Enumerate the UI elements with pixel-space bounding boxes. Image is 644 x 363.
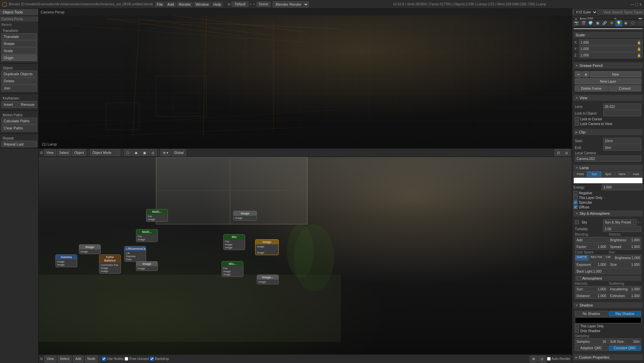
lamp-spot-btn[interactable]: Spot	[601, 171, 615, 177]
scale-z-input[interactable]: 1.000 🔒	[579, 52, 643, 58]
window-close[interactable]: ×	[639, 2, 642, 7]
menu-file[interactable]: File	[155, 2, 165, 7]
view-section-header[interactable]: ▼ View	[573, 95, 643, 101]
cs-cie[interactable]: CIE	[604, 255, 612, 261]
lock-camera-checkbox[interactable]	[575, 122, 579, 126]
props-world-icon[interactable]: 🌍	[587, 20, 594, 27]
clip-start-input[interactable]: 10cm	[603, 138, 641, 144]
brightness-h-input[interactable]: Brightness: 1.000	[608, 237, 641, 243]
menu-window[interactable]: Window	[193, 2, 211, 7]
lamp-sun-btn[interactable]: Sun	[587, 171, 601, 177]
node-gamma[interactable]: Gamma ImageImage	[55, 254, 77, 267]
energy-input[interactable]: 3.000	[602, 184, 643, 190]
sky-atmosphere-header[interactable]: ▼ Sky & Atmosphere	[573, 210, 643, 216]
pivot-select[interactable]: ⊕ ▾	[160, 149, 171, 156]
spread-input[interactable]: Spread: 1.000	[608, 244, 641, 250]
node-mix2[interactable]: Mix... FacImageImage	[222, 261, 243, 277]
clip-header[interactable]: ▶ Clip:	[573, 129, 643, 135]
specular-check[interactable]: ✓ Specular	[573, 200, 643, 204]
sky-preset-minus[interactable]: -	[640, 220, 641, 224]
shadow-layer-checkbox[interactable]	[575, 324, 579, 328]
node-image2[interactable]: Image Image	[136, 261, 158, 271]
engine-select[interactable]: Blender Render Cycles	[273, 1, 309, 7]
gp-new-btn[interactable]: New	[590, 71, 641, 77]
backdrop-check[interactable]: Backdrop	[150, 357, 169, 361]
remove-btn[interactable]: Remove	[18, 101, 37, 108]
delete-btn[interactable]: Delete	[1, 78, 37, 84]
props-scene-icon[interactable]: 🎬	[580, 20, 587, 27]
menu-render[interactable]: Render	[177, 2, 193, 7]
scale-y-input[interactable]: 1.000 🔒	[579, 46, 643, 52]
auto-render-check[interactable]: Auto Render	[547, 356, 570, 362]
props-material-icon[interactable]: ◉	[623, 20, 629, 27]
proportional-btn[interactable]: ◎	[563, 149, 570, 156]
eye-icon-area020[interactable]: 👁	[613, 17, 618, 20]
no-shadow-btn[interactable]: No Shadow	[575, 311, 608, 317]
clip-end-input[interactable]: 1km	[603, 145, 641, 151]
bt-node-btn[interactable]: Node	[85, 356, 98, 362]
custom-properties-header[interactable]: ▶ Custom Properties	[573, 354, 643, 360]
lock-z-icon[interactable]: 🔒	[637, 53, 641, 57]
negative-check[interactable]: Negative	[573, 191, 643, 195]
node-color-balance[interactable]: Color Balance Correction FacImageImage	[99, 254, 121, 274]
lamp-area-btn[interactable]: Area	[629, 171, 643, 177]
search-btn[interactable]: Search	[612, 10, 623, 14]
same-types-btn[interactable]: Same Types	[624, 10, 643, 14]
node-mix1[interactable]: Mix FacImageImage	[223, 234, 245, 250]
props-constraints-icon[interactable]: 🔗	[601, 20, 608, 27]
lock-cursor-check[interactable]: Lock to Cursor	[575, 117, 641, 121]
clear-paths-btn[interactable]: Clear Paths	[1, 125, 37, 131]
backlight-input[interactable]: Back Light: 1.000	[575, 268, 641, 274]
node-image4[interactable]: Image ImageImage	[255, 239, 279, 255]
bt-select-btn[interactable]: Select	[58, 356, 72, 362]
rotation-select[interactable]: XYZ Euler	[573, 9, 598, 15]
extinction-input[interactable]: Extinction: 1.000	[608, 293, 641, 299]
sky-preset-select[interactable]: Sun & Sky Preset	[603, 219, 637, 225]
props-modifier-icon[interactable]: ⚙	[608, 20, 615, 27]
sky-checkbox[interactable]	[575, 220, 579, 224]
cs-rec709[interactable]: REC709	[589, 255, 604, 261]
blend-add-select[interactable]: Add	[575, 237, 608, 243]
mode-select[interactable]: Object Mode	[90, 149, 120, 156]
viewport-bottom[interactable]: Gamma ImageImage Image Image Color Balan…	[39, 157, 572, 354]
node-image1[interactable]: Image Image	[79, 244, 101, 254]
sky-preset-plus[interactable]: +	[637, 220, 639, 224]
shadow-color-swatch[interactable]	[575, 317, 641, 323]
lock-cursor-checkbox[interactable]	[575, 117, 579, 121]
only-shadow-check[interactable]: Only Shadow	[575, 329, 641, 333]
bt-icon2[interactable]: ◎	[538, 356, 546, 362]
lens-value[interactable]: 26.022	[603, 104, 641, 110]
origin-btn[interactable]: Origin	[1, 54, 37, 61]
object-tb-btn[interactable]: Object	[72, 149, 86, 156]
scene-select[interactable]: Scene	[257, 2, 271, 7]
join-btn[interactable]: Join	[1, 85, 37, 91]
scale-btn[interactable]: Scale	[1, 47, 37, 54]
insert-btn[interactable]: Insert	[1, 101, 18, 108]
rotate-btn[interactable]: Rotate	[1, 40, 37, 47]
window-maximize[interactable]: □	[635, 2, 638, 7]
props-texture-icon[interactable]: ⬡	[630, 20, 636, 27]
color-swatch-white[interactable]	[573, 28, 643, 29]
atmosphere-header[interactable]: Atmosphere	[575, 276, 641, 281]
view-btn[interactable]: View	[44, 149, 56, 156]
lock-x-icon[interactable]: 🔒	[637, 41, 641, 44]
turbidity-input[interactable]: 2.00	[603, 226, 641, 232]
bt-icon1[interactable]: ⊞	[530, 356, 537, 362]
free-unused-check[interactable]: Free Unused	[125, 357, 149, 361]
new-layer-btn[interactable]: New Layer	[575, 78, 641, 84]
props-particles-icon[interactable]: ⋯	[637, 20, 643, 27]
shading-render[interactable]: ◎	[149, 149, 157, 156]
menu-add[interactable]: Add	[166, 2, 176, 7]
window-minimize[interactable]: ─	[630, 2, 634, 7]
node-image5[interactable]: Image... Image	[257, 275, 279, 284]
transform-orientation[interactable]: Global	[172, 149, 186, 156]
shading-texture[interactable]: ▣	[141, 149, 148, 156]
props-object-icon[interactable]: ▣	[594, 20, 601, 27]
samples-input[interactable]: Samples: 16	[575, 338, 608, 345]
view-btn-right[interactable]: View	[603, 10, 611, 14]
menu-help[interactable]: Help	[212, 2, 223, 7]
lamp-header[interactable]: ▼ Lamp	[573, 165, 643, 171]
diffuse-check[interactable]: ✓ Diffuse	[573, 205, 643, 209]
shading-wire[interactable]: ⬡	[124, 149, 132, 156]
sun-brightness-input[interactable]: Brightness: 1.000	[613, 255, 642, 261]
